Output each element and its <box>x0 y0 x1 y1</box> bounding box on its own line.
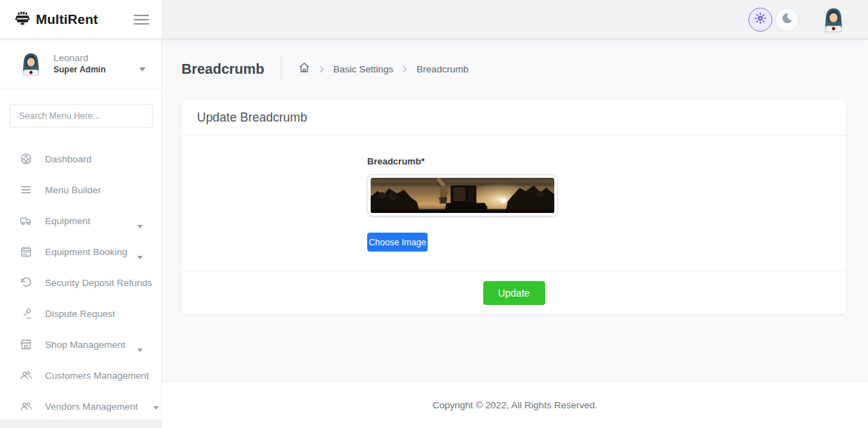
hooded-hacker-avatar <box>18 51 44 77</box>
user-role: Super Admin <box>53 64 106 75</box>
hamburger-icon[interactable] <box>134 12 149 27</box>
excavator-sunset-banner <box>371 178 554 213</box>
sidebar-item-equipment-booking[interactable]: Equipment Booking <box>0 236 161 267</box>
breadcrumb: Basic Settings Breadcrumb <box>298 62 468 76</box>
gear-crown-icon <box>14 10 31 30</box>
chevron-down-icon <box>137 249 143 262</box>
hooded-hacker-avatar <box>820 23 847 35</box>
dark-mode-button[interactable] <box>775 8 799 32</box>
sidebar-user-menu[interactable]: Leonard Super Admin <box>0 39 161 89</box>
home-icon <box>298 62 310 76</box>
app-window: MultiRent <box>0 0 868 428</box>
topbar-actions <box>748 0 868 39</box>
card-body: Breadcrumb* <box>181 136 846 271</box>
brand-logo[interactable]: MultiRent <box>14 10 98 30</box>
sidebar-item-vendors-management[interactable]: Vendors Management <box>0 391 161 420</box>
header-divider <box>281 56 281 82</box>
chevron-right-icon <box>319 65 324 73</box>
sidebar-item-security-deposit-refunds[interactable]: Security Deposit Refunds <box>0 267 161 298</box>
page-title: Breadcrumb <box>181 61 264 77</box>
breadcrumb-item-basic-settings[interactable]: Basic Settings <box>333 64 394 74</box>
choose-image-button[interactable]: Choose Image <box>367 233 428 252</box>
chevron-down-icon <box>137 342 143 355</box>
sidebar: Leonard Super Admin Dashboard <box>0 39 162 420</box>
brand-name: MultiRent <box>36 12 98 27</box>
users-icon <box>20 400 32 413</box>
truck-icon <box>20 214 32 227</box>
user-name: Leonard <box>53 52 106 64</box>
chevron-down-icon <box>137 219 143 231</box>
sidebar-item-customers-management[interactable]: Customers Management <box>0 360 161 391</box>
page-footer: Copyright © 2022, All Rights Reserved. <box>162 381 868 428</box>
main-content: Breadcrumb Basic Settings <box>162 39 868 428</box>
light-mode-button[interactable] <box>748 8 772 32</box>
sidebar-item-equipment[interactable]: Equipment <box>0 205 161 236</box>
rotate-ccw-icon <box>20 276 32 289</box>
sidebar-user-info: Leonard Super Admin <box>53 52 106 75</box>
sidebar-search <box>10 104 153 128</box>
calendar-icon <box>20 245 32 258</box>
update-button[interactable]: Update <box>483 281 545 305</box>
copyright-text: Copyright © 2022, All Rights Reserved. <box>433 400 597 410</box>
search-input[interactable] <box>10 104 153 128</box>
sidebar-item-dispute-request[interactable]: Dispute Request <box>0 298 161 329</box>
sidebar-item-shop-management[interactable]: Shop Management <box>0 329 161 360</box>
card-header: Update Breadcrumb <box>181 100 846 136</box>
sun-gear-icon <box>754 12 767 27</box>
sidebar-item-dashboard[interactable]: Dashboard <box>0 143 161 174</box>
topbar: MultiRent <box>0 0 868 39</box>
users-icon <box>20 369 32 382</box>
chevron-down-icon <box>139 62 146 74</box>
breadcrumb-item-current: Breadcrumb <box>416 64 468 74</box>
moon-icon <box>781 12 793 27</box>
page-header: Breadcrumb Basic Settings <box>181 53 846 84</box>
chevron-right-icon <box>402 65 407 73</box>
gavel-icon <box>20 307 32 320</box>
breadcrumb-image-preview <box>367 174 558 216</box>
sidebar-item-menu-builder[interactable]: Menu Builder <box>0 174 161 205</box>
card-title: Update Breadcrumb <box>197 110 307 125</box>
chevron-down-icon <box>153 400 159 413</box>
storefront-icon <box>20 338 32 351</box>
topbar-brand-section: MultiRent <box>0 0 162 39</box>
menu-lines-icon <box>20 183 32 196</box>
breadcrumb-home-link[interactable] <box>298 62 310 76</box>
card-footer: Update <box>181 271 846 314</box>
breadcrumb-field-label: Breadcrumb* <box>367 156 846 167</box>
sidebar-nav: Dashboard Menu Builder <box>0 143 161 420</box>
update-breadcrumb-card: Update Breadcrumb Breadcrumb* <box>181 100 846 314</box>
dashboard-icon <box>20 153 32 165</box>
topbar-user-avatar[interactable] <box>820 6 847 33</box>
